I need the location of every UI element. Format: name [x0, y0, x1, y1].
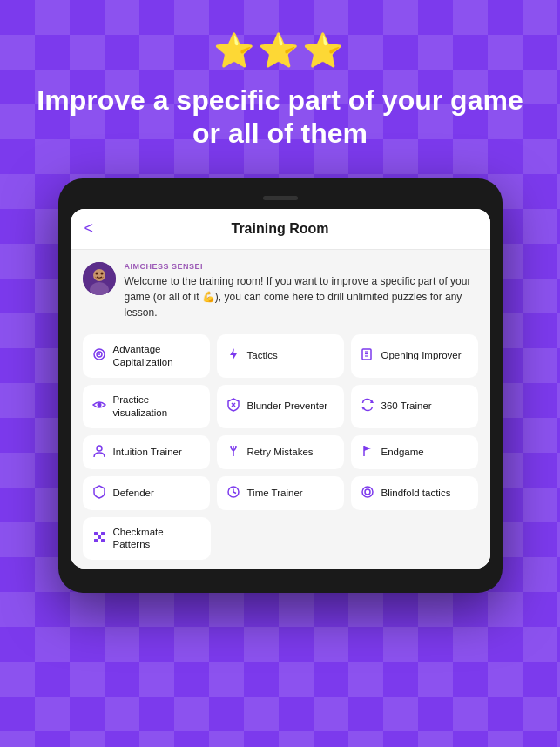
rotate-icon — [360, 398, 375, 414]
defender-label: Defender — [113, 487, 154, 500]
grid-item-defender[interactable]: Defender — [83, 476, 210, 510]
tactics-label: Tactics — [247, 349, 278, 362]
avatar — [83, 262, 116, 295]
main-content: ⭐⭐⭐ Improve a specific part of your game… — [0, 0, 560, 593]
book-icon — [360, 347, 375, 364]
opening-label: Opening Improver — [381, 349, 462, 362]
grid-item-practice-vis[interactable]: Practice visualization — [83, 385, 210, 428]
360-label: 360 Trainer — [381, 400, 432, 413]
blindfold-label: Blindfold tactics — [381, 487, 451, 500]
advantage-cap-label: Advantage Capitalization — [113, 343, 201, 369]
time-label: Time Trainer — [247, 487, 303, 500]
retry-label: Retry Mistakes — [247, 446, 314, 459]
svg-rect-28 — [101, 539, 105, 542]
app-body: AIMCHESS SENSEI Welcome to the training … — [71, 250, 490, 569]
svg-rect-27 — [94, 539, 98, 542]
tablet-bottom-bar — [71, 569, 490, 581]
grid-item-time[interactable]: Time Trainer — [217, 476, 344, 510]
back-button[interactable]: < — [84, 219, 94, 238]
endgame-label: Endgame — [381, 446, 424, 459]
tablet-speaker — [263, 196, 298, 200]
grid-item-intuition[interactable]: Intuition Trainer — [83, 435, 210, 469]
grid-item-advantage-cap[interactable]: Advantage Capitalization — [83, 334, 210, 378]
app-header: < Training Room — [71, 209, 490, 250]
clock-icon — [226, 485, 241, 501]
svg-rect-29 — [98, 535, 101, 539]
stars-decoration: ⭐⭐⭐ — [213, 31, 347, 70]
svg-point-3 — [95, 272, 98, 274]
grid-item-endgame[interactable]: Endgame — [351, 435, 478, 469]
svg-point-17 — [97, 446, 102, 451]
flag-icon — [360, 444, 375, 461]
grid-icon — [91, 530, 107, 547]
svg-point-23 — [362, 487, 373, 497]
grid-item-blindfold[interactable]: Blindfold tactics — [351, 476, 478, 510]
eye-icon — [91, 398, 107, 414]
svg-rect-25 — [94, 532, 98, 535]
target-circle-icon — [360, 485, 375, 501]
tablet-screen: < Training Room — [71, 209, 490, 569]
sensei-message: Welcome to the training room! If you wan… — [125, 273, 478, 320]
person-icon — [91, 444, 107, 461]
sensei-message-row: AIMCHESS SENSEI Welcome to the training … — [83, 262, 478, 320]
sensei-text: AIMCHESS SENSEI Welcome to the training … — [125, 262, 478, 320]
screen-title: Training Room — [232, 221, 329, 237]
grid-item-retry[interactable]: Retry Mistakes — [217, 435, 344, 469]
tablet-device: < Training Room — [58, 178, 503, 594]
sensei-label: AIMCHESS SENSEI — [125, 262, 478, 271]
shield-icon — [91, 485, 107, 501]
target-icon — [91, 347, 107, 364]
grid-item-checkmate[interactable]: Checkmate Patterns — [83, 517, 211, 561]
main-headline: Improve a specific part of your game or … — [0, 84, 560, 151]
tablet-top-bar — [71, 191, 490, 209]
practice-vis-label: Practice visualization — [113, 394, 201, 420]
svg-point-12 — [97, 403, 101, 407]
lightning-icon — [226, 347, 241, 364]
grid-item-360[interactable]: 360 Trainer — [351, 385, 478, 428]
grid-item-opening[interactable]: Opening Improver — [351, 334, 478, 378]
shield-x-icon — [226, 398, 241, 414]
grid-item-tactics[interactable]: Tactics — [217, 334, 344, 378]
training-items-grid: Advantage Capitalization Tactics — [83, 334, 478, 510]
svg-point-7 — [98, 353, 100, 355]
blunder-label: Blunder Preventer — [247, 400, 328, 413]
fork-icon — [226, 444, 241, 461]
last-row: Checkmate Patterns — [83, 517, 478, 561]
checkmate-label: Checkmate Patterns — [113, 526, 202, 552]
svg-line-22 — [233, 492, 236, 494]
svg-point-24 — [365, 489, 370, 495]
svg-point-4 — [100, 272, 103, 274]
grid-item-blunder[interactable]: Blunder Preventer — [217, 385, 344, 428]
intuition-label: Intuition Trainer — [113, 446, 182, 459]
svg-rect-26 — [101, 532, 105, 535]
